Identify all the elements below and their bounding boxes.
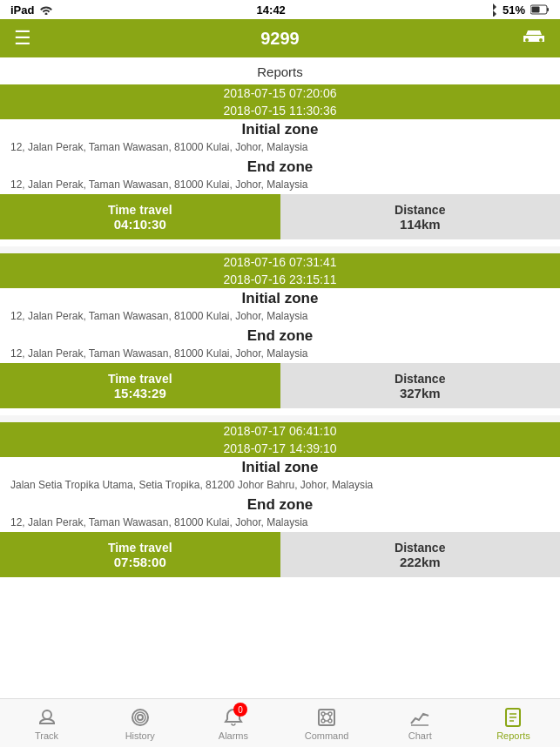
time-distance-1: Time travel 04:10:30 Distance 114km	[0, 194, 560, 239]
time-travel-label-2: Time travel	[108, 372, 172, 386]
time-travel-label-3: Time travel	[108, 541, 172, 555]
svg-point-10	[321, 719, 325, 723]
time-travel-value-3: 07:58:00	[114, 555, 166, 569]
carrier-label: iPad	[10, 3, 34, 17]
time-distance-2: Time travel 15:43:29 Distance 327km	[0, 363, 560, 408]
time-cell-2: Time travel 15:43:29	[0, 363, 280, 408]
battery-label: 51%	[503, 3, 525, 17]
chart-label: Chart	[408, 730, 432, 741]
distance-cell-2: Distance 327km	[280, 363, 561, 408]
status-bar: iPad 14:42 51%	[0, 0, 560, 19]
date-end-2: 2018-07-16 23:15:11	[0, 271, 560, 288]
distance-value-1: 114km	[400, 217, 441, 232]
initial-zone-address-3: Jalan Setia Tropika Utama, Setia Tropika…	[0, 478, 560, 495]
track-label: Track	[35, 730, 58, 741]
car-icon[interactable]	[522, 28, 546, 50]
battery-icon	[530, 4, 550, 15]
time-label: 14:42	[257, 3, 286, 17]
report-block-2: 2018-07-16 07:31:41 2018-07-16 23:15:11 …	[0, 253, 560, 408]
nav-item-track[interactable]: Track	[0, 699, 93, 747]
wifi-icon	[39, 4, 53, 15]
history-icon	[129, 706, 152, 729]
command-icon	[315, 706, 338, 729]
header-title: 9299	[260, 29, 300, 49]
nav-item-alarms[interactable]: 0 Alarms	[186, 699, 280, 747]
svg-point-11	[328, 719, 332, 723]
distance-cell-1: Distance 114km	[280, 194, 561, 239]
distance-cell-3: Distance 222km	[280, 532, 561, 577]
time-cell-1: Time travel 04:10:30	[0, 194, 280, 239]
nav-item-reports[interactable]: Reports	[467, 699, 560, 747]
initial-zone-label-3: Initial zone	[0, 457, 560, 478]
status-right: 51%	[489, 3, 550, 17]
chart-icon	[408, 706, 431, 729]
time-cell-3: Time travel 07:58:00	[0, 532, 280, 577]
svg-rect-2	[532, 7, 540, 13]
spacer-1	[0, 246, 560, 253]
date-end-3: 2018-07-17 14:39:10	[0, 440, 560, 457]
svg-point-6	[135, 712, 145, 723]
svg-rect-1	[547, 8, 549, 11]
svg-point-9	[328, 712, 332, 716]
status-left: iPad	[10, 3, 53, 17]
track-icon	[36, 706, 58, 729]
svg-rect-7	[319, 710, 334, 725]
end-zone-address-2: 12, Jalan Perak, Taman Wawasan, 81000 Ku…	[0, 347, 560, 363]
distance-label-1: Distance	[395, 203, 445, 217]
initial-zone-label-2: Initial zone	[0, 288, 560, 309]
end-zone-address-3: 12, Jalan Perak, Taman Wawasan, 81000 Ku…	[0, 515, 560, 532]
date-start-2: 2018-07-16 07:31:41	[0, 253, 560, 271]
distance-label-3: Distance	[395, 541, 445, 555]
reports-icon	[502, 706, 524, 729]
time-travel-value-1: 04:10:30	[114, 217, 166, 232]
end-zone-label-3: End zone	[0, 495, 560, 515]
menu-icon[interactable]: ☰	[14, 29, 31, 48]
reports-label: Reports	[496, 730, 530, 741]
reports-content: 2018-07-15 07:20:06 2018-07-15 11:30:36 …	[0, 84, 560, 698]
date-start-1: 2018-07-15 07:20:06	[0, 84, 560, 102]
end-zone-label-2: End zone	[0, 326, 560, 347]
time-travel-value-2: 15:43:29	[114, 386, 166, 400]
nav-item-history[interactable]: History	[93, 699, 186, 747]
svg-point-5	[138, 715, 143, 720]
header: ☰ 9299	[0, 19, 560, 57]
time-travel-label-1: Time travel	[108, 203, 172, 217]
end-zone-address-1: 12, Jalan Perak, Taman Wawasan, 81000 Ku…	[0, 178, 560, 194]
date-start-3: 2018-07-17 06:41:10	[0, 422, 560, 440]
initial-zone-address-2: 12, Jalan Perak, Taman Wawasan, 81000 Ku…	[0, 309, 560, 326]
nav-item-command[interactable]: Command	[280, 699, 374, 747]
svg-point-3	[43, 710, 51, 719]
initial-zone-address-1: 12, Jalan Perak, Taman Wawasan, 81000 Ku…	[0, 140, 560, 157]
nav-item-chart[interactable]: Chart	[374, 699, 467, 747]
bluetooth-icon	[489, 3, 497, 17]
command-label: Command	[305, 730, 349, 741]
svg-point-8	[321, 712, 325, 716]
alarms-badge: 0	[233, 703, 247, 717]
end-zone-label-1: End zone	[0, 157, 560, 178]
report-block-1: 2018-07-15 07:20:06 2018-07-15 11:30:36 …	[0, 84, 560, 239]
distance-value-2: 327km	[400, 386, 441, 400]
date-end-1: 2018-07-15 11:30:36	[0, 102, 560, 119]
distance-label-2: Distance	[395, 372, 445, 386]
time-distance-3: Time travel 07:58:00 Distance 222km	[0, 532, 560, 577]
history-label: History	[125, 730, 155, 741]
bottom-nav: Track History 0 Alarms Command	[0, 698, 560, 747]
reports-section-label: Reports	[0, 57, 560, 84]
report-block-3: 2018-07-17 06:41:10 2018-07-17 14:39:10 …	[0, 422, 560, 577]
spacer-2	[0, 415, 560, 422]
initial-zone-label-1: Initial zone	[0, 119, 560, 140]
alarms-label: Alarms	[219, 730, 248, 741]
distance-value-3: 222km	[400, 555, 441, 569]
